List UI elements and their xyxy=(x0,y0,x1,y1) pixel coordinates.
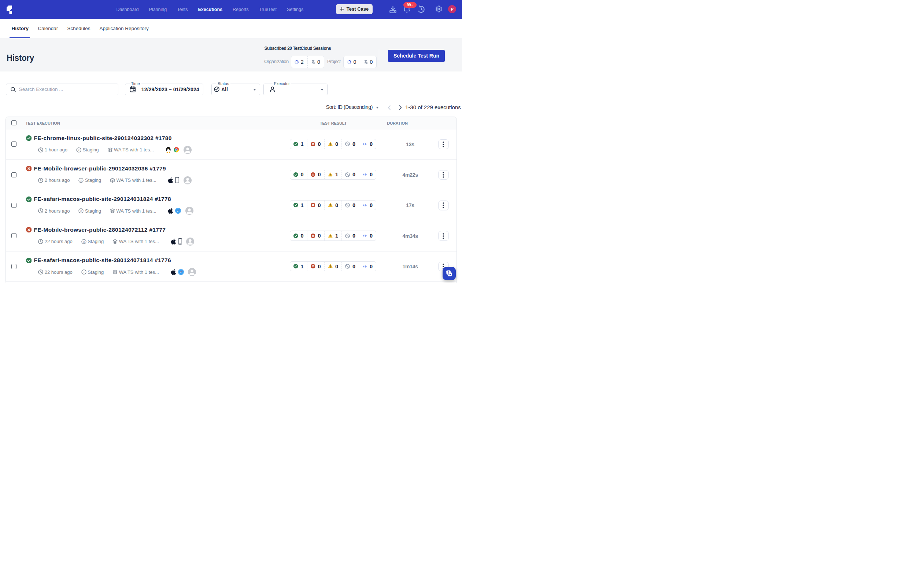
svg-text:?: ? xyxy=(447,271,450,275)
